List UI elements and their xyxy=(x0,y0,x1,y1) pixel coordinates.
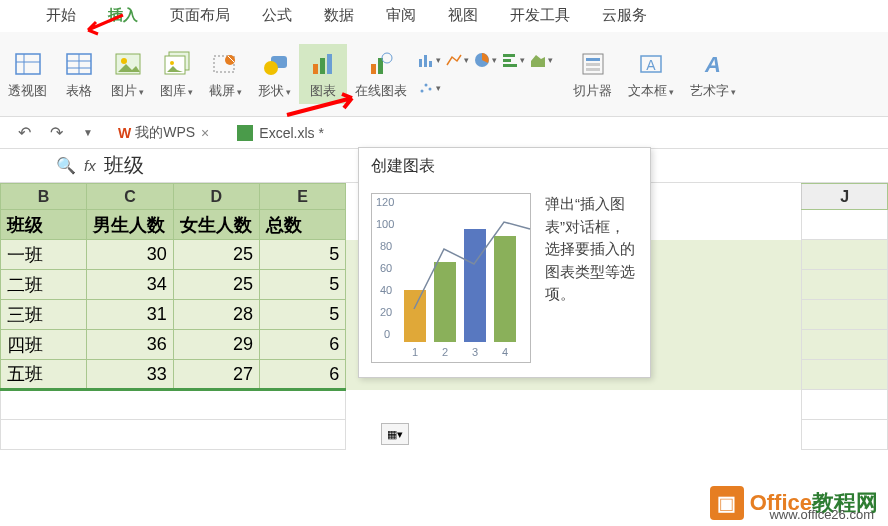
hbar-chart-small-button[interactable]: ▾ xyxy=(501,48,525,72)
close-icon[interactable]: × xyxy=(201,125,209,141)
tab-review[interactable]: 审阅 xyxy=(370,0,432,31)
cell[interactable] xyxy=(1,390,346,420)
svg-rect-27 xyxy=(503,59,511,62)
svg-point-13 xyxy=(225,55,235,65)
scatter-chart-small-button[interactable]: ▾ xyxy=(417,76,441,100)
cell[interactable] xyxy=(802,390,888,420)
redo-button[interactable]: ↷ xyxy=(44,121,68,145)
magnifier-icon[interactable]: 🔍 xyxy=(56,156,76,175)
cell[interactable] xyxy=(1,420,346,450)
tab-formula[interactable]: 公式 xyxy=(246,0,308,31)
svg-rect-23 xyxy=(424,55,427,67)
doc-tab-file[interactable]: Excel.xls * xyxy=(229,121,332,145)
tab-page-layout[interactable]: 页面布局 xyxy=(154,0,246,31)
slicer-icon xyxy=(577,48,609,80)
watermark-url: www.office26.com xyxy=(769,507,874,522)
tab-dev-tools[interactable]: 开发工具 xyxy=(494,0,586,31)
cell[interactable] xyxy=(802,270,888,300)
cell[interactable] xyxy=(802,210,888,240)
cell[interactable]: 29 xyxy=(173,330,259,360)
table-button[interactable]: 表格 xyxy=(55,44,103,104)
shapes-icon xyxy=(259,48,291,80)
tooltip-chart-preview: 120 100 80 60 40 20 0 1 2 3 4 xyxy=(371,193,531,363)
cell[interactable]: 27 xyxy=(173,360,259,390)
svg-rect-26 xyxy=(503,54,515,57)
svg-rect-19 xyxy=(371,64,376,74)
undo-button[interactable]: ↶ xyxy=(12,121,36,145)
cell[interactable]: 36 xyxy=(87,330,173,360)
header-girls[interactable]: 女生人数 xyxy=(173,210,259,240)
cell[interactable]: 30 xyxy=(87,240,173,270)
col-header-d[interactable]: D xyxy=(173,184,259,210)
paste-options-button[interactable]: ▦▾ xyxy=(381,423,409,445)
line-chart-small-button[interactable]: ▾ xyxy=(445,48,469,72)
textbox-button[interactable]: A 文本框▾ xyxy=(620,44,682,104)
tab-cloud[interactable]: 云服务 xyxy=(586,0,663,31)
chart-button[interactable]: 图表 xyxy=(299,44,347,104)
pie-chart-small-button[interactable]: ▾ xyxy=(473,48,497,72)
svg-rect-17 xyxy=(320,58,325,74)
screenshot-icon xyxy=(210,48,242,80)
cell[interactable]: 四班 xyxy=(1,330,87,360)
cell[interactable] xyxy=(802,330,888,360)
pivot-view-icon xyxy=(12,48,44,80)
area-chart-small-button[interactable]: ▾ xyxy=(529,48,553,72)
cell[interactable]: 一班 xyxy=(1,240,87,270)
cell[interactable]: 三班 xyxy=(1,300,87,330)
cell[interactable]: 25 xyxy=(173,240,259,270)
doc-tab-wps-label: 我的WPS xyxy=(135,124,195,142)
cell[interactable] xyxy=(802,240,888,270)
cell[interactable]: 33 xyxy=(87,360,173,390)
cell[interactable]: 5 xyxy=(260,300,346,330)
pivot-view-button[interactable]: 透视图 xyxy=(0,44,55,104)
tab-insert[interactable]: 插入 xyxy=(92,0,154,31)
document-tab-bar: ↶ ↷ ▼ W 我的WPS × Excel.xls * xyxy=(0,117,888,149)
wordart-button[interactable]: A 艺术字▾ xyxy=(682,44,744,104)
svg-point-11 xyxy=(170,61,174,65)
cell[interactable]: 5 xyxy=(260,270,346,300)
svg-rect-0 xyxy=(16,54,40,74)
col-header-b[interactable]: B xyxy=(1,184,87,210)
cell[interactable]: 5 xyxy=(260,240,346,270)
svg-point-30 xyxy=(425,84,428,87)
cell[interactable] xyxy=(802,360,888,390)
col-header-c[interactable]: C xyxy=(87,184,173,210)
col-header-j[interactable]: J xyxy=(802,184,888,210)
screenshot-button[interactable]: 截屏▾ xyxy=(201,44,250,104)
cell[interactable]: 6 xyxy=(260,330,346,360)
header-boys[interactable]: 男生人数 xyxy=(87,210,173,240)
slicer-button[interactable]: 切片器 xyxy=(565,44,620,104)
tab-data[interactable]: 数据 xyxy=(308,0,370,31)
col-header-e[interactable]: E xyxy=(260,184,346,210)
cell[interactable]: 34 xyxy=(87,270,173,300)
cell[interactable]: 6 xyxy=(260,360,346,390)
online-chart-label: 在线图表 xyxy=(355,82,407,100)
cell[interactable]: 五班 xyxy=(1,360,87,390)
tab-start[interactable]: 开始 xyxy=(30,0,92,31)
doc-tab-file-label: Excel.xls * xyxy=(259,125,324,141)
cell[interactable]: 31 xyxy=(87,300,173,330)
shapes-button[interactable]: 形状▾ xyxy=(250,44,299,104)
cell[interactable] xyxy=(802,420,888,450)
svg-text:A: A xyxy=(704,52,721,77)
cell[interactable] xyxy=(802,300,888,330)
fx-label[interactable]: fx xyxy=(84,157,96,174)
cell[interactable]: 28 xyxy=(173,300,259,330)
office-logo-icon: ▣ xyxy=(710,486,744,520)
header-total[interactable]: 总数 xyxy=(260,210,346,240)
textbox-icon: A xyxy=(635,48,667,80)
cell[interactable]: 二班 xyxy=(1,270,87,300)
tab-view[interactable]: 视图 xyxy=(432,0,494,31)
picture-button[interactable]: 图片▾ xyxy=(103,44,152,104)
header-class[interactable]: 班级 xyxy=(1,210,87,240)
doc-tab-wps[interactable]: W 我的WPS × xyxy=(110,120,217,146)
gallery-icon xyxy=(161,48,193,80)
online-chart-button[interactable]: 在线图表 xyxy=(347,44,415,104)
gallery-button[interactable]: 图库▾ xyxy=(152,44,201,104)
svg-rect-18 xyxy=(327,54,332,74)
dropdown-button[interactable]: ▼ xyxy=(76,121,100,145)
bar-chart-small-button[interactable]: ▾ xyxy=(417,48,441,72)
cell[interactable]: 25 xyxy=(173,270,259,300)
svg-point-8 xyxy=(121,58,127,64)
svg-point-31 xyxy=(429,88,432,91)
